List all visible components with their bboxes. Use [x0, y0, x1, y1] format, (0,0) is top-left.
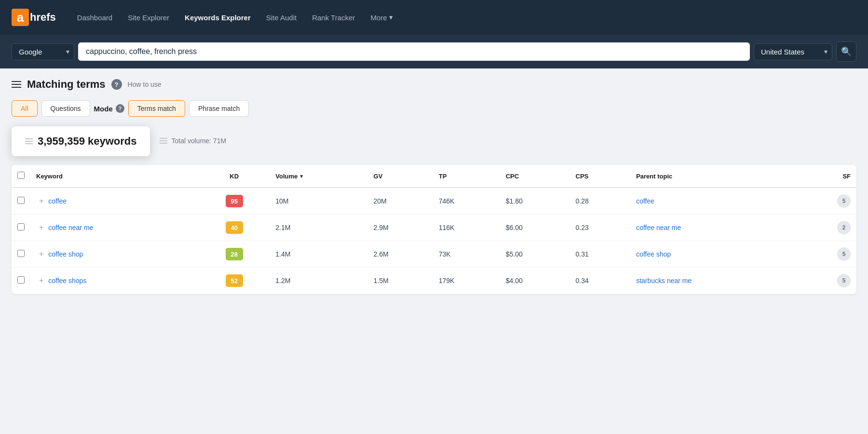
row-cps-cell: 0.34	[570, 268, 631, 294]
parent-topic-link[interactable]: starbucks near me	[636, 277, 692, 285]
row-volume-cell: 2.1M	[270, 215, 367, 241]
mode-label: Mode ?	[94, 104, 124, 113]
row-cpc-cell: $6.00	[500, 215, 570, 241]
row-volume-cell: 1.4M	[270, 241, 367, 268]
row-kd-cell: 40	[199, 215, 270, 241]
table-row: + coffee 95 10M 20M 746K $1.80 0.28 coff…	[12, 188, 856, 215]
table-row: + coffee near me 40 2.1M 2.9M 116K $6.00…	[12, 215, 856, 241]
row-sf-cell: 5	[795, 188, 856, 215]
keyword-link[interactable]: coffee shops	[48, 277, 86, 285]
filter-phrase-match-button[interactable]: Phrase match	[189, 100, 249, 117]
add-keyword-button[interactable]: +	[36, 275, 46, 286]
mode-help-icon[interactable]: ?	[116, 104, 124, 113]
row-checkbox-cell	[12, 188, 30, 215]
row-checkbox-cell	[12, 215, 30, 241]
row-checkbox[interactable]	[17, 250, 25, 257]
row-checkbox-cell	[12, 241, 30, 268]
logo[interactable]: a hrefs	[12, 9, 56, 26]
add-keyword-button[interactable]: +	[36, 196, 46, 206]
table-wrapper: Keyword KD Volume ▼ GV TP CPC CPS Parent…	[12, 165, 856, 294]
parent-topic-link[interactable]: coffee shop	[636, 250, 671, 258]
row-checkbox[interactable]	[17, 276, 25, 284]
row-checkbox[interactable]	[17, 197, 25, 204]
search-button[interactable]: 🔍	[836, 41, 856, 62]
row-cpc-cell: $5.00	[500, 241, 570, 268]
row-volume-cell: 1.2M	[270, 268, 367, 294]
keywords-table: Keyword KD Volume ▼ GV TP CPC CPS Parent…	[12, 165, 856, 294]
row-kd-cell: 95	[199, 188, 270, 215]
row-keyword-cell: + coffee shops	[30, 268, 199, 294]
volume-sort[interactable]: Volume ▼	[275, 173, 304, 180]
row-sf-cell: 5	[795, 241, 856, 268]
row-parent-topic-cell: coffee near me	[630, 215, 795, 241]
th-parent-topic: Parent topic	[630, 165, 795, 188]
filter-all-button[interactable]: All	[12, 100, 38, 117]
row-keyword-cell: + coffee near me	[30, 215, 199, 241]
logo-text: hrefs	[30, 11, 56, 24]
filter-terms-match-button[interactable]: Terms match	[128, 100, 185, 117]
row-cps-cell: 0.28	[570, 188, 631, 215]
total-volume-text: Total volume: 71M	[171, 137, 226, 145]
nav-more[interactable]: More ▾	[365, 9, 398, 26]
th-keyword: Keyword	[30, 165, 199, 188]
keyword-count: 3,959,359 keywords	[38, 135, 136, 148]
select-all-checkbox[interactable]	[17, 172, 25, 179]
nav-site-explorer[interactable]: Site Explorer	[122, 10, 175, 26]
country-select-wrapper: United States United Kingdom Canada	[754, 43, 832, 60]
row-kd-cell: 28	[199, 241, 270, 268]
nav-keywords-explorer[interactable]: Keywords Explorer	[179, 10, 257, 26]
sf-badge: 5	[837, 247, 851, 261]
row-cpc-cell: $1.80	[500, 188, 570, 215]
row-gv-cell: 2.9M	[368, 215, 433, 241]
filter-questions-button[interactable]: Questions	[41, 100, 90, 117]
main-content: Matching terms ? How to use All Question…	[0, 68, 868, 434]
th-checkbox	[12, 165, 30, 188]
nav-rank-tracker[interactable]: Rank Tracker	[306, 10, 361, 26]
row-cps-cell: 0.31	[570, 241, 631, 268]
row-tp-cell: 73K	[433, 241, 500, 268]
parent-topic-link[interactable]: coffee	[636, 197, 654, 205]
th-volume[interactable]: Volume ▼	[270, 165, 367, 188]
sort-down-icon: ▼	[299, 174, 304, 179]
help-icon[interactable]: ?	[111, 79, 122, 90]
add-keyword-button[interactable]: +	[36, 249, 46, 259]
keyword-link[interactable]: coffee near me	[48, 224, 93, 231]
th-tp: TP	[433, 165, 500, 188]
row-kd-cell: 52	[199, 268, 270, 294]
add-keyword-button[interactable]: +	[36, 222, 46, 233]
hamburger-icon[interactable]	[12, 81, 21, 88]
table-row: + coffee shops 52 1.2M 1.5M 179K $4.00 0…	[12, 268, 856, 294]
engine-select-wrapper: Google Bing	[12, 43, 74, 60]
row-gv-cell: 1.5M	[368, 268, 433, 294]
row-checkbox[interactable]	[17, 223, 25, 231]
search-input[interactable]	[78, 42, 750, 61]
stats-area: Total volume: 71M	[160, 126, 226, 145]
nav-site-audit[interactable]: Site Audit	[260, 10, 302, 26]
th-cpc: CPC	[500, 165, 570, 188]
nav-links: Dashboard Site Explorer Keywords Explore…	[71, 9, 856, 26]
search-icon: 🔍	[841, 46, 852, 57]
table-body: + coffee 95 10M 20M 746K $1.80 0.28 coff…	[12, 188, 856, 294]
drag-icon	[25, 138, 33, 144]
kd-badge: 40	[226, 221, 243, 234]
row-keyword-cell: + coffee shop	[30, 241, 199, 268]
engine-select[interactable]: Google Bing	[12, 43, 74, 60]
row-tp-cell: 116K	[433, 215, 500, 241]
row-volume-cell: 10M	[270, 188, 367, 215]
row-gv-cell: 20M	[368, 188, 433, 215]
keyword-link[interactable]: coffee	[48, 197, 67, 205]
country-select[interactable]: United States United Kingdom Canada	[754, 43, 832, 60]
th-kd: KD	[199, 165, 270, 188]
keyword-link[interactable]: coffee shop	[48, 250, 83, 258]
row-parent-topic-cell: coffee shop	[630, 241, 795, 268]
th-gv: GV	[368, 165, 433, 188]
kd-badge: 52	[226, 274, 243, 287]
parent-topic-link[interactable]: coffee near me	[636, 224, 681, 231]
nav-dashboard[interactable]: Dashboard	[71, 10, 118, 26]
row-parent-topic-cell: coffee	[630, 188, 795, 215]
kd-badge: 28	[226, 248, 243, 260]
how-to-use-link[interactable]: How to use	[128, 81, 162, 88]
row-parent-topic-cell: starbucks near me	[630, 268, 795, 294]
logo-icon: a	[12, 9, 29, 26]
row-tp-cell: 179K	[433, 268, 500, 294]
